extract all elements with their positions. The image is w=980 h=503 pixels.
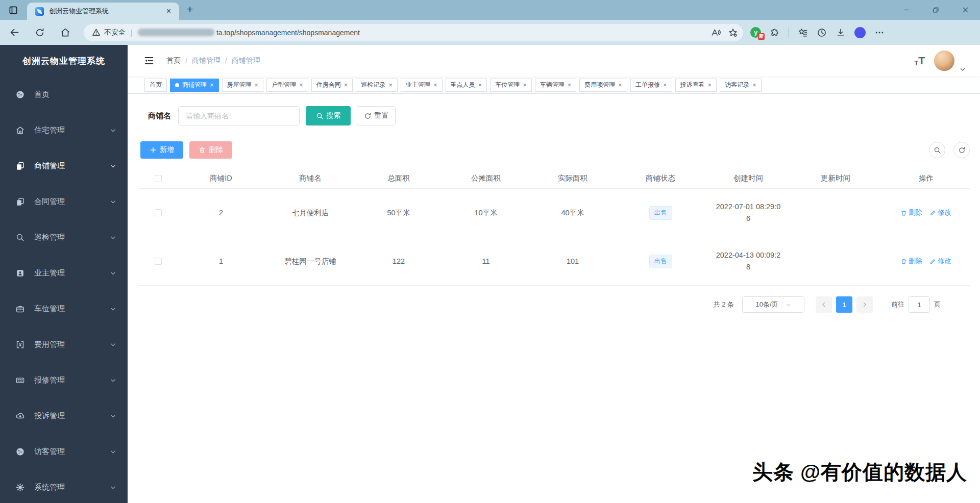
row-delete-link[interactable]: 删除 [900,208,922,217]
tag-key-persons[interactable]: 重点人员× [446,79,487,92]
sidebar-item-shops[interactable]: 商铺管理 [0,148,128,184]
row-edit-link[interactable]: 修改 [929,257,951,266]
tag-patrol-records[interactable]: 巡检记录× [356,79,398,92]
back-icon[interactable] [7,26,21,40]
tag-vehicle-management[interactable]: 车辆管理× [535,79,577,92]
refresh-icon[interactable] [33,26,47,40]
tag-close-icon[interactable]: × [344,81,348,89]
page-size-select[interactable]: 10条/页 [742,296,804,313]
tag-close-icon[interactable]: × [210,81,214,89]
new-tab-button[interactable]: + [187,3,193,15]
tag-complaints-view[interactable]: 投诉查看× [675,79,717,92]
tag-close-icon[interactable]: × [568,81,572,89]
breadcrumb-item[interactable]: 商铺管理 [192,56,220,65]
sidebar-item-system[interactable]: 系统管理 [0,469,128,503]
row-delete-link[interactable]: 删除 [900,257,922,266]
favorites-icon[interactable] [798,28,808,38]
add-button[interactable]: 新增 [140,141,183,159]
tab-close-icon[interactable]: × [164,7,173,16]
settings-menu-icon[interactable] [874,28,885,38]
sidebar-item-fees[interactable]: 费用管理 [0,326,128,362]
tag-housetype-management[interactable]: 户型管理× [266,79,308,92]
sidebar-item-residence[interactable]: 住宅管理 [0,112,128,148]
breadcrumb-item[interactable]: 首页 [166,56,181,65]
tab-actions-icon[interactable] [7,4,19,16]
close-window-button[interactable] [950,0,980,20]
cell-actual-area: 40平米 [532,189,614,237]
chevron-down-icon [110,127,116,134]
collapse-sidebar-icon[interactable] [143,55,155,67]
tag-label: 巡检记录 [361,81,385,89]
browser-toolbar: 不安全 | ta.top/shopsmanagement/shopsmanage… [0,20,980,45]
tag-close-icon[interactable]: × [388,81,393,89]
prev-page-button[interactable] [816,296,832,313]
tag-home[interactable]: 首页 [144,79,167,92]
sidebar-item-patrol[interactable]: 巡检管理 [0,219,128,255]
goto-page-input[interactable] [909,296,930,313]
tag-close-icon[interactable]: × [663,81,667,89]
tag-close-icon[interactable]: × [478,81,482,89]
search-button[interactable]: 搜索 [306,106,351,125]
cell-shared-area: 10平米 [440,189,532,237]
sidebar-item-owners[interactable]: 业主管理 [0,255,128,291]
sidebar-item-label: 业主管理 [34,268,65,278]
tag-close-icon[interactable]: × [299,81,303,89]
downloads-icon[interactable] [836,28,846,38]
tag-label: 工单报修 [635,81,660,89]
sidebar-item-label: 车位管理 [34,304,65,314]
history-icon[interactable] [817,28,827,38]
row-checkbox[interactable] [155,209,162,216]
translate-extension-icon[interactable]: y新 [750,27,761,38]
chevron-down-icon [110,306,116,312]
sidebar-item-home[interactable]: 首页 [0,77,128,112]
tag-close-icon[interactable]: × [708,81,712,89]
tag-shops-management[interactable]: 商铺管理× [170,79,219,92]
tag-work-orders[interactable]: 工单报修× [630,79,672,92]
table-refresh-icon[interactable] [953,142,970,158]
restore-button[interactable] [921,0,950,20]
tag-house-management[interactable]: 房屋管理× [222,79,264,92]
sidebar-item-visitors[interactable]: 访客管理 [0,434,128,469]
tag-close-icon[interactable]: × [433,81,437,89]
shop-name-input[interactable] [178,106,300,125]
header-total-area: 总面积 [357,168,440,188]
read-aloud-icon[interactable] [710,28,721,38]
page-number-button[interactable]: 1 [836,296,852,313]
select-all-checkbox[interactable] [155,175,162,182]
tag-close-icon[interactable]: × [255,81,259,89]
tag-housing-contract[interactable]: 住房合同× [311,79,353,92]
tag-fee-items[interactable]: 费用项管理× [579,79,627,92]
user-avatar[interactable] [934,51,954,71]
reset-button[interactable]: 重置 [357,106,396,125]
next-page-button[interactable] [856,296,873,313]
delete-button[interactable]: 删除 [189,141,232,159]
tag-close-icon[interactable]: × [752,81,756,89]
tag-close-icon[interactable]: × [523,81,527,89]
table-header-row: 商铺ID 商铺名 总面积 公摊面积 实际面积 商铺状态 创建时间 更新时间 操作 [138,168,970,189]
row-edit-link[interactable]: 修改 [929,208,951,217]
tag-close-icon[interactable]: × [618,81,622,89]
tag-owner-management[interactable]: 业主管理× [401,79,443,92]
avatar-caret-icon[interactable] [960,66,966,72]
tag-parking-management[interactable]: 车位管理× [490,79,532,92]
chevron-down-icon [110,163,116,169]
add-favorite-icon[interactable] [728,28,738,38]
table-search-toggle-icon[interactable] [929,142,945,158]
warning-icon [92,28,101,37]
address-bar[interactable]: 不安全 | ta.top/shopsmanagement/shopsmanage… [84,24,743,41]
home-icon[interactable] [58,26,72,40]
row-checkbox[interactable] [155,258,162,265]
header-shared-area: 公摊面积 [440,168,532,188]
minimize-button[interactable] [891,0,921,20]
sidebar-item-contracts[interactable]: 合同管理 [0,184,128,219]
sidebar-item-repairs[interactable]: 报修管理 [0,362,128,398]
sidebar-item-complaints[interactable]: 投诉管理 [0,398,128,434]
sidebar-item-label: 合同管理 [34,197,65,207]
sidebar-item-parking[interactable]: 车位管理 [0,291,128,326]
browser-tab[interactable]: 创洲云物业管理系统 × [27,3,179,20]
tag-visitor-records[interactable]: 访客记录× [720,79,762,92]
cell-updated-at [789,189,882,237]
extensions-puzzle-icon[interactable] [770,28,780,38]
browser-profile-avatar[interactable] [854,27,866,38]
font-size-icon[interactable]: TT [914,55,925,67]
